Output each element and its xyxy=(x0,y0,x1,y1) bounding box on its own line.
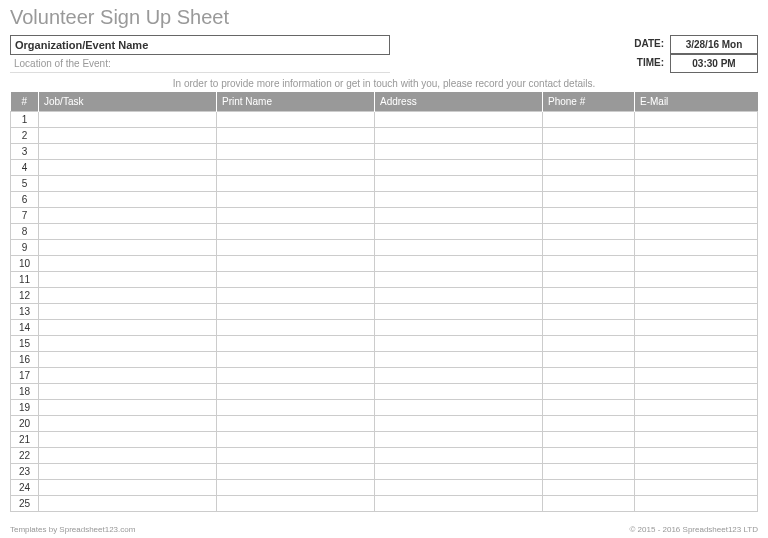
cell[interactable] xyxy=(217,208,375,224)
cell[interactable] xyxy=(217,480,375,496)
cell[interactable] xyxy=(217,176,375,192)
cell[interactable] xyxy=(375,464,543,480)
org-name-field[interactable]: Organization/Event Name xyxy=(10,35,390,55)
cell[interactable] xyxy=(375,384,543,400)
cell[interactable] xyxy=(375,352,543,368)
cell[interactable] xyxy=(375,416,543,432)
cell[interactable] xyxy=(217,336,375,352)
cell[interactable] xyxy=(39,256,217,272)
date-value[interactable]: 3/28/16 Mon xyxy=(670,35,758,54)
cell[interactable] xyxy=(635,416,758,432)
cell[interactable] xyxy=(217,464,375,480)
cell[interactable] xyxy=(375,192,543,208)
cell[interactable] xyxy=(375,272,543,288)
cell[interactable] xyxy=(543,128,635,144)
cell[interactable] xyxy=(635,288,758,304)
cell[interactable] xyxy=(375,304,543,320)
cell[interactable] xyxy=(217,144,375,160)
cell[interactable] xyxy=(39,368,217,384)
cell[interactable] xyxy=(39,416,217,432)
cell[interactable] xyxy=(375,400,543,416)
cell[interactable] xyxy=(635,368,758,384)
cell[interactable] xyxy=(217,240,375,256)
cell[interactable] xyxy=(39,144,217,160)
cell[interactable] xyxy=(39,240,217,256)
cell[interactable] xyxy=(543,352,635,368)
cell[interactable] xyxy=(217,368,375,384)
cell[interactable] xyxy=(375,224,543,240)
cell[interactable] xyxy=(39,224,217,240)
cell[interactable] xyxy=(543,272,635,288)
cell[interactable] xyxy=(39,208,217,224)
cell[interactable] xyxy=(635,208,758,224)
cell[interactable] xyxy=(543,176,635,192)
cell[interactable] xyxy=(217,192,375,208)
cell[interactable] xyxy=(543,304,635,320)
cell[interactable] xyxy=(543,480,635,496)
cell[interactable] xyxy=(635,352,758,368)
cell[interactable] xyxy=(375,448,543,464)
cell[interactable] xyxy=(375,112,543,128)
cell[interactable] xyxy=(39,464,217,480)
cell[interactable] xyxy=(217,288,375,304)
cell[interactable] xyxy=(543,144,635,160)
cell[interactable] xyxy=(635,496,758,512)
cell[interactable] xyxy=(543,432,635,448)
cell[interactable] xyxy=(635,224,758,240)
cell[interactable] xyxy=(543,160,635,176)
cell[interactable] xyxy=(635,256,758,272)
cell[interactable] xyxy=(375,144,543,160)
cell[interactable] xyxy=(39,160,217,176)
cell[interactable] xyxy=(217,112,375,128)
cell[interactable] xyxy=(635,384,758,400)
cell[interactable] xyxy=(543,384,635,400)
cell[interactable] xyxy=(635,160,758,176)
cell[interactable] xyxy=(543,192,635,208)
cell[interactable] xyxy=(635,336,758,352)
cell[interactable] xyxy=(217,496,375,512)
cell[interactable] xyxy=(39,288,217,304)
cell[interactable] xyxy=(543,400,635,416)
cell[interactable] xyxy=(543,256,635,272)
cell[interactable] xyxy=(635,144,758,160)
cell[interactable] xyxy=(375,208,543,224)
cell[interactable] xyxy=(635,400,758,416)
cell[interactable] xyxy=(39,112,217,128)
cell[interactable] xyxy=(375,368,543,384)
cell[interactable] xyxy=(635,176,758,192)
cell[interactable] xyxy=(635,432,758,448)
cell[interactable] xyxy=(39,480,217,496)
cell[interactable] xyxy=(543,208,635,224)
cell[interactable] xyxy=(375,320,543,336)
cell[interactable] xyxy=(217,432,375,448)
cell[interactable] xyxy=(543,224,635,240)
cell[interactable] xyxy=(39,336,217,352)
cell[interactable] xyxy=(543,368,635,384)
cell[interactable] xyxy=(39,448,217,464)
cell[interactable] xyxy=(635,240,758,256)
cell[interactable] xyxy=(375,288,543,304)
cell[interactable] xyxy=(635,448,758,464)
cell[interactable] xyxy=(39,272,217,288)
cell[interactable] xyxy=(39,304,217,320)
cell[interactable] xyxy=(39,496,217,512)
cell[interactable] xyxy=(543,112,635,128)
cell[interactable] xyxy=(635,480,758,496)
cell[interactable] xyxy=(635,128,758,144)
cell[interactable] xyxy=(375,336,543,352)
cell[interactable] xyxy=(217,352,375,368)
cell[interactable] xyxy=(543,240,635,256)
cell[interactable] xyxy=(217,272,375,288)
cell[interactable] xyxy=(217,320,375,336)
cell[interactable] xyxy=(375,480,543,496)
cell[interactable] xyxy=(39,352,217,368)
cell[interactable] xyxy=(543,448,635,464)
cell[interactable] xyxy=(543,336,635,352)
cell[interactable] xyxy=(375,240,543,256)
cell[interactable] xyxy=(39,128,217,144)
cell[interactable] xyxy=(375,496,543,512)
cell[interactable] xyxy=(217,384,375,400)
cell[interactable] xyxy=(635,272,758,288)
cell[interactable] xyxy=(635,112,758,128)
cell[interactable] xyxy=(543,288,635,304)
